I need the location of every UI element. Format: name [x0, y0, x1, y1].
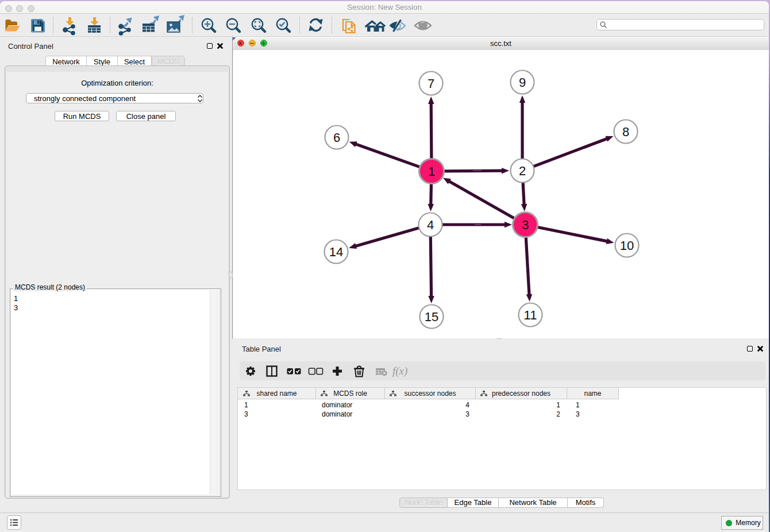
svg-text:10: 10	[620, 238, 634, 253]
svg-text:14: 14	[329, 245, 343, 259]
svg-text:f(x): f(x)	[392, 365, 407, 377]
svg-text:6: 6	[333, 130, 340, 145]
svg-text:3: 3	[522, 218, 529, 232]
svg-text:7: 7	[428, 76, 434, 91]
svg-text:1: 1	[428, 164, 435, 179]
svg-text:15: 15	[425, 310, 438, 324]
svg-text:8: 8	[622, 125, 629, 139]
svg-text:9: 9	[519, 75, 526, 90]
svg-text:11: 11	[524, 308, 537, 322]
svg-text:4: 4	[427, 218, 434, 232]
svg-text:2: 2	[519, 164, 526, 178]
